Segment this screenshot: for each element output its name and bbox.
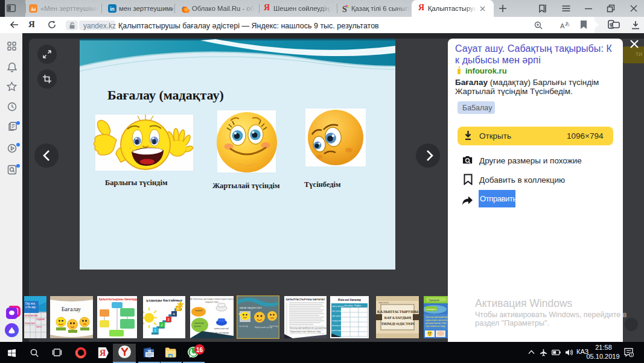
svg-text:жина: жина	[36, 325, 42, 328]
svg-text:Оқушыларға кері байланыс беру: Оқушыларға кері байланыс беру	[290, 330, 321, 333]
svg-text:ақ түсінд: ақ түсінд	[239, 325, 249, 327]
svg-text:ұлдызды бастаймыз: ұлдызды бастаймыз	[146, 298, 182, 302]
svg-text:білу түсіндіру: білу түсіндіру	[332, 310, 343, 312]
svg-text:БАҒАЛАУДЫҢ: БАҒАЛАУДЫҢ	[384, 315, 412, 320]
svg-text:Оқу асқ: Оқу асқ	[25, 302, 35, 305]
svg-text:Бағалау критерийлері мен дескр: Бағалау критерийлері мен дескрипторлар	[290, 327, 327, 329]
svg-text:оқыту мақсаты: оқыту мақсаты	[332, 305, 345, 308]
svg-text:кері байланыс беру: кері байланыс беру	[426, 325, 445, 327]
svg-text:ОЦЕНК: ОЦЕНК	[36, 318, 45, 321]
svg-text:A: A	[560, 22, 565, 30]
svg-text:орта деңгей: орта деңгей	[332, 315, 342, 317]
svg-text:бағалау критерийлері: бағалау критерийлері	[426, 316, 447, 318]
svg-text:зерттобы: зерттобы	[378, 301, 389, 304]
svg-text:өлшарты: өлшарты	[426, 308, 436, 311]
svg-text:ҚАЛЫПТАСТЫРУШЫ БАҒАЛАУ: ҚАЛЫПТАСТЫРУШЫ БАҒАЛАУ	[285, 298, 325, 301]
svg-text:ҚАЛЫПТАСТЫРУШЫ: ҚАЛЫПТАСТЫРУШЫ	[377, 309, 418, 314]
svg-text:Де Бononың аргтарды черлөнгура: Де Бononың аргтарды черлөнгураттаріна	[190, 298, 234, 300]
svg-text:W: W	[148, 349, 151, 353]
svg-text:Бағалау: Бағалау	[62, 306, 81, 312]
svg-text:жасыл қал: жасыл қал	[194, 322, 204, 324]
svg-text:талдау жинақ: талдау жинақ	[332, 320, 343, 322]
svg-text:Қалыптастырушы бағалаудың тиім: Қалыптастырушы бағалаудың тиімді	[99, 297, 137, 301]
svg-text:қызыл көңіл-күй: қызыл көңіл-күй	[214, 327, 229, 330]
svg-text:о бе ақр: о бе ақр	[25, 306, 36, 309]
svg-text:ұсыныс: ұсыныс	[194, 325, 202, 327]
svg-text:ТИІМДІ ӘДІСТЕРІ: ТИІМДІ ӘДІСТЕРІ	[381, 321, 415, 326]
svg-text:1: 1	[631, 353, 633, 356]
svg-text:Өзін-өзі бағалау: Өзін-өзі бағалау	[338, 298, 362, 301]
svg-text:тиімді әдіс-тәсілдерді: тиімді әдіс-тәсілдерді	[208, 332, 229, 334]
svg-text:қорытынды: қорытынды	[332, 329, 342, 332]
svg-text:бағалау өзін: бағалау өзін	[332, 324, 343, 327]
svg-text:Я: Я	[100, 349, 106, 358]
svg-text:あ: あ	[565, 21, 570, 27]
svg-text:Рефле: Рефле	[354, 305, 361, 307]
svg-text:Тұжырым: Тұжырым	[429, 298, 439, 301]
svg-text:Түсінбед: Түсінбед	[269, 325, 279, 327]
svg-text:БАЛА ГАҚДЖОЗЕТ: БАЛА ГАҚДЖОЗЕТ	[240, 306, 263, 309]
svg-text:ақ дерек: ақ дерек	[195, 309, 203, 312]
svg-text:дескрипторлар тізімі: дескрипторлар тізімі	[426, 322, 446, 324]
svg-text:Бағалау: Бағалау	[345, 305, 353, 307]
svg-text:алдық 6 зерт: алдық 6 зерт	[205, 301, 219, 303]
svg-text:оқушыларға арналған: оқушыларға арналған	[426, 319, 448, 321]
svg-text:in: in	[110, 6, 115, 12]
